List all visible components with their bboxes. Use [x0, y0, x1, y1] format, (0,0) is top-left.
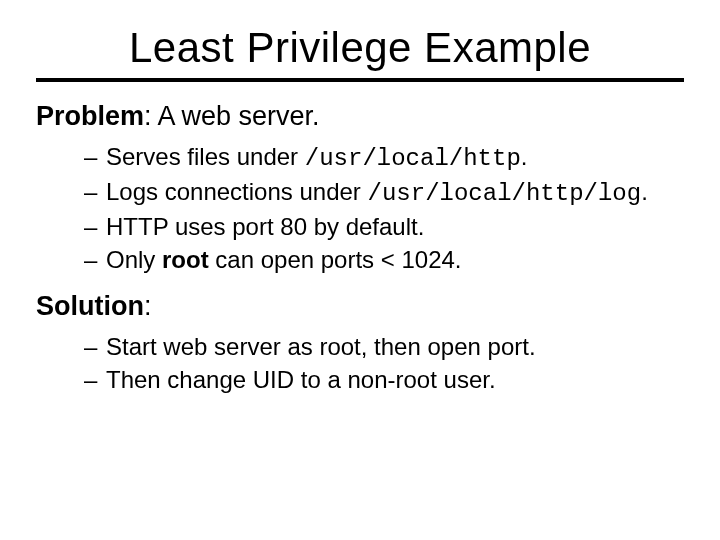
code-path: /usr/local/http [305, 145, 521, 172]
text: Logs connections under [106, 178, 368, 205]
problem-list: Serves files under /usr/local/http. Logs… [84, 140, 684, 276]
problem-text: : A web server. [144, 101, 320, 131]
code-path: /usr/local/http/log [368, 180, 642, 207]
text: . [641, 178, 648, 205]
solution-text: : [144, 291, 152, 321]
list-item: Logs connections under /usr/local/http/l… [84, 175, 684, 210]
text: Then change UID to a non-root user. [106, 366, 496, 393]
text: HTTP uses port 80 by default. [106, 213, 424, 240]
list-item: Start web server as root, then open port… [84, 330, 684, 363]
solution-list: Start web server as root, then open port… [84, 330, 684, 396]
list-item: Then change UID to a non-root user. [84, 363, 684, 396]
problem-label: Problem [36, 101, 144, 131]
title-underline [36, 78, 684, 82]
text: Start web server as root, then open port… [106, 333, 536, 360]
list-item: Serves files under /usr/local/http. [84, 140, 684, 175]
list-item: Only root can open ports < 1024. [84, 243, 684, 276]
problem-heading: Problem: A web server. [36, 100, 684, 134]
solution-heading: Solution: [36, 290, 684, 324]
bold-text: root [162, 246, 209, 273]
text: can open ports < 1024. [209, 246, 462, 273]
text: Serves files under [106, 143, 305, 170]
text: . [521, 143, 528, 170]
solution-label: Solution [36, 291, 144, 321]
list-item: HTTP uses port 80 by default. [84, 210, 684, 243]
slide-title: Least Privilege Example [36, 24, 684, 72]
text: Only [106, 246, 162, 273]
